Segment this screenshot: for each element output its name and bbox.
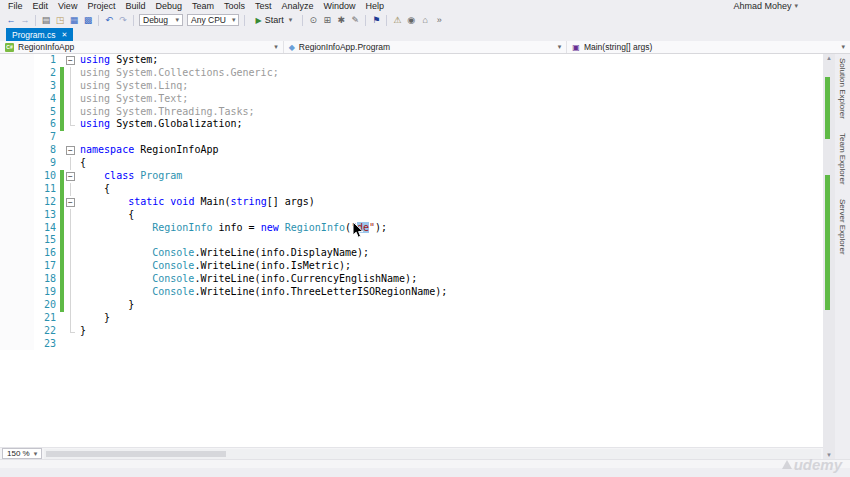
open-file-icon[interactable]: ◳ [53,15,67,25]
breakpoint-margin[interactable] [0,131,34,144]
menu-item-project[interactable]: Project [82,1,120,11]
menu-item-analyze[interactable]: Analyze [277,1,319,11]
navigate-forward-icon[interactable]: → [18,15,32,25]
breakpoint-margin[interactable] [0,273,34,286]
code-line-22[interactable]: 22} [0,325,823,338]
undo-icon[interactable]: ↶ [102,15,116,25]
breakpoint-margin[interactable] [0,170,34,183]
side-tab-solution-explorer[interactable]: Solution Explorer [838,58,847,119]
code-line-5[interactable]: 5using System.Threading.Tasks; [0,106,823,119]
tab-program-cs[interactable]: Program.cs ✕ [6,28,73,41]
breakpoint-margin[interactable] [0,118,34,131]
find-in-files-icon[interactable]: ⊙ [306,15,320,25]
user-account[interactable]: Ahmad Mohey ▾ [733,1,798,11]
breakpoint-margin[interactable] [0,106,34,119]
collapse-box-icon[interactable]: − [66,198,75,207]
code-line-20[interactable]: 20 } [0,299,823,312]
code-line-17[interactable]: 17 Console.WriteLine(info.IsMetric); [0,260,823,273]
code-line-3[interactable]: 3using System.Linq; [0,80,823,93]
breakpoint-margin[interactable] [0,209,34,222]
new-file-icon[interactable]: ▤ [39,15,53,25]
breakpoint-margin[interactable] [0,286,34,299]
code-line-1[interactable]: 1−using System; [0,54,823,67]
breakpoint-margin[interactable] [0,93,34,106]
redo-icon[interactable]: ↷ [116,15,130,25]
menu-item-team[interactable]: Team [187,1,219,11]
code-line-12[interactable]: 12− static void Main(string[] args) [0,196,823,209]
code-token: using System.Threading.Tasks; [80,106,255,117]
save-icon[interactable]: ▦ [67,15,81,25]
breakpoint-margin[interactable] [0,299,34,312]
save-all-icon[interactable]: ▩ [81,15,95,25]
menu-item-build[interactable]: Build [120,1,150,11]
navigate-back-icon[interactable]: ← [4,15,18,25]
breakpoint-margin[interactable] [0,338,34,351]
toolbar-options-icon[interactable]: » [432,15,446,25]
horizontal-scrollbar-thumb[interactable] [46,451,226,457]
code-line-15[interactable]: 15 [0,234,823,247]
code-line-9[interactable]: 9{ [0,157,823,170]
code-line-19[interactable]: 19 Console.WriteLine(info.ThreeLetterISO… [0,286,823,299]
solution-platform-dropdown[interactable]: Any CPU ▾ [187,14,239,26]
breakpoint-margin[interactable] [0,183,34,196]
code-line-16[interactable]: 16 Console.WriteLine(info.DisplayName); [0,247,823,260]
collapse-box-icon[interactable]: − [66,146,75,155]
collapse-box-icon[interactable]: − [66,172,75,181]
menu-item-file[interactable]: File [3,1,28,11]
collapse-box-icon[interactable]: − [66,56,75,65]
code-area[interactable]: 1−using System;2using System.Collections… [0,54,823,447]
member-dropdown[interactable]: ▣ Main(string[] args) ▾ [567,41,850,53]
breakpoint-margin[interactable] [0,196,34,209]
object-browser-icon[interactable]: ◉ [404,15,418,25]
breakpoint-margin[interactable] [0,312,34,325]
code-line-4[interactable]: 4using System.Text; [0,93,823,106]
project-dropdown[interactable]: C# RegionInfoApp ▾ [0,41,284,53]
menu-item-edit[interactable]: Edit [28,1,54,11]
menu-item-view[interactable]: View [53,1,82,11]
breakpoint-margin[interactable] [0,222,34,235]
menu-item-window[interactable]: Window [319,1,361,11]
scroll-down-icon[interactable]: ▼ [823,452,835,458]
properties-window-icon[interactable]: ✱ [334,15,348,25]
code-line-6[interactable]: 6using System.Globalization; [0,118,823,131]
breakpoint-margin[interactable] [0,325,34,338]
side-tab-team-explorer[interactable]: Team Explorer [838,133,847,185]
code-line-11[interactable]: 11 { [0,183,823,196]
breakpoint-margin[interactable] [0,144,34,157]
code-line-14[interactable]: 14 RegionInfo info = new RegionInfo("de"… [0,222,823,235]
start-debugging-button[interactable]: ▶ Start ▾ [250,15,297,25]
vertical-scrollbar[interactable]: ▲ ▼ [823,54,835,459]
code-line-2[interactable]: 2using System.Collections.Generic; [0,67,823,80]
menu-item-test[interactable]: Test [250,1,277,11]
start-page-icon[interactable]: ⌂ [418,15,432,25]
code-line-8[interactable]: 8−namespace RegionInfoApp [0,144,823,157]
code-line-10[interactable]: 10− class Program [0,170,823,183]
scroll-up-icon[interactable]: ▲ [823,55,835,61]
type-dropdown[interactable]: ◆ RegionInfoApp.Program ▾ [284,41,568,53]
error-list-icon[interactable]: ⚠ [390,15,404,25]
code-line-23[interactable]: 23 [0,338,823,351]
solution-explorer-icon[interactable]: ⊞ [320,15,334,25]
code-line-21[interactable]: 21 } [0,312,823,325]
code-line-7[interactable]: 7 [0,131,823,144]
toolbox-icon[interactable]: ✎ [348,15,362,25]
menu-item-tools[interactable]: Tools [219,1,250,11]
breakpoint-margin[interactable] [0,80,34,93]
breakpoint-margin[interactable] [0,260,34,273]
breakpoint-margin[interactable] [0,234,34,247]
side-tab-server-explorer[interactable]: Server Explorer [838,199,847,255]
close-icon[interactable]: ✕ [61,31,67,39]
solution-configuration-dropdown[interactable]: Debug ▾ [139,14,183,26]
feedback-flag-icon[interactable]: ⚑ [369,15,383,25]
breakpoint-margin[interactable] [0,67,34,80]
code-line-13[interactable]: 13 { [0,209,823,222]
horizontal-scrollbar[interactable] [44,449,821,459]
code-line-18[interactable]: 18 Console.WriteLine(info.CurrencyEnglis… [0,273,823,286]
breakpoint-margin[interactable] [0,247,34,260]
scrollbar-change-mark [825,249,830,261]
breakpoint-margin[interactable] [0,157,34,170]
menu-item-help[interactable]: Help [361,1,390,11]
menu-item-debug[interactable]: Debug [150,1,187,11]
breakpoint-margin[interactable] [0,54,34,67]
zoom-control[interactable]: 150 % ▾ [2,448,42,459]
